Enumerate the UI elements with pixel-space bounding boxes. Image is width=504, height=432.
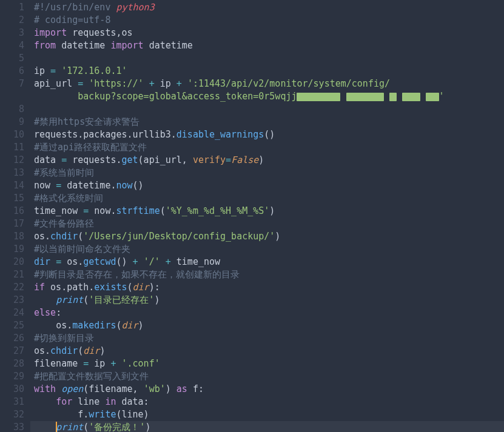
line-number: 4	[11, 39, 24, 52]
code-token: =	[78, 78, 83, 89]
line-number: 32	[11, 408, 24, 421]
code-token: api_url	[34, 78, 78, 89]
code-token: =	[83, 205, 89, 216]
code-line[interactable]: if os.path.exists(dir):	[30, 281, 504, 294]
line-number: 8	[11, 103, 24, 116]
code-line[interactable]: import requests,os	[30, 27, 504, 39]
line-number: 18	[11, 230, 24, 243]
code-token: ()	[264, 129, 275, 140]
code-token	[56, 65, 61, 76]
code-token: with	[34, 384, 56, 394]
code-token: datetime.	[61, 180, 116, 191]
code-line[interactable]: for line in data:	[30, 396, 504, 408]
code-line[interactable]: data = requests.get(api_url, verify=Fals…	[30, 154, 504, 167]
code-line[interactable]: else:	[30, 307, 504, 319]
code-token: (	[78, 231, 83, 242]
code-token: (	[78, 345, 83, 356]
code-line[interactable]: print('备份完成！')	[30, 421, 504, 432]
code-token: filename	[34, 358, 83, 369]
code-token: time_now	[34, 205, 83, 216]
line-number: 16	[11, 205, 24, 218]
code-token: '172.16.0.1'	[61, 65, 127, 76]
code-line[interactable]: #切换到新目录	[30, 332, 504, 345]
code-line[interactable]: from datetime import datetime	[30, 39, 504, 52]
code-token: os.	[34, 345, 50, 356]
code-area[interactable]: #!/usr/bin/env python3# coding=utf-8impo…	[30, 0, 504, 432]
line-number: 7	[11, 78, 24, 90]
code-token: )	[138, 320, 144, 331]
code-line[interactable]: # coding=utf-8	[30, 14, 504, 27]
code-token: (line)	[116, 409, 149, 420]
code-token: # coding=utf-8	[34, 15, 110, 25]
code-line[interactable]: with open(filename, 'wb') as f:	[30, 383, 504, 396]
code-line[interactable]: os.chdir(dir)	[30, 345, 504, 357]
code-line[interactable]: api_url = 'https://' + ip + ':11443/api/…	[30, 78, 504, 90]
text-cursor	[56, 422, 57, 432]
code-token: )	[166, 384, 176, 394]
code-line[interactable]: now = datetime.now()	[30, 179, 504, 192]
code-token: '/Users/jun/Desktop/config_backup/'	[83, 231, 275, 242]
code-line[interactable]: #格式化系统时间	[30, 192, 504, 205]
code-token: (api_url,	[138, 155, 193, 165]
code-token: dir	[133, 282, 149, 293]
code-token: '/'	[144, 256, 160, 267]
code-token	[182, 78, 187, 89]
code-token: =	[83, 358, 89, 369]
code-token: f:	[187, 384, 204, 394]
code-line[interactable]: #!/usr/bin/env python3	[30, 1, 504, 14]
code-token: now	[34, 180, 56, 191]
code-token: (filename,	[83, 384, 143, 394]
code-editor[interactable]: 1234567891011121314151617181920212223242…	[0, 0, 504, 432]
code-token: urllib3	[133, 129, 171, 140]
code-line[interactable]: #以当前时间命名文件夹	[30, 243, 504, 256]
code-token: =	[61, 155, 67, 165]
code-line[interactable]: ip = '172.16.0.1'	[30, 65, 504, 78]
code-token: os.	[56, 320, 72, 331]
line-number: 21	[11, 268, 24, 281]
code-line[interactable]: #判断目录是否存在，如果不存在，就创建新的目录	[30, 268, 504, 281]
code-token: os.	[61, 256, 83, 267]
code-token: )	[99, 345, 105, 356]
code-token: ':11443/api/v2/monitor/system/config/	[187, 78, 390, 89]
line-number: 22	[11, 281, 24, 294]
code-token: )	[258, 155, 264, 165]
code-line[interactable]: #通过api路径获取配置文件	[30, 141, 504, 154]
redacted-block	[389, 93, 397, 101]
code-token: from	[34, 40, 56, 51]
line-number: 6	[11, 65, 24, 78]
line-number: 13	[11, 167, 24, 179]
line-number: 17	[11, 218, 24, 230]
code-token	[116, 358, 121, 369]
code-token: +	[166, 256, 171, 267]
code-line[interactable]: #文件备份路径	[30, 218, 504, 230]
code-token: time_now	[171, 256, 220, 267]
code-token: ()	[133, 180, 144, 191]
code-line[interactable]: #系统当前时间	[30, 167, 504, 179]
code-token: )	[269, 205, 275, 216]
code-line[interactable]	[30, 52, 504, 65]
code-token: get	[122, 155, 138, 165]
code-line[interactable]: #把配置文件数据写入到文件	[30, 370, 504, 383]
code-line[interactable]: f.write(line)	[30, 408, 504, 421]
code-line[interactable]: backup?scope=global&access_token=0r5wqjj…	[30, 90, 504, 103]
line-number: 33	[11, 421, 24, 432]
code-token: import	[34, 27, 67, 38]
code-line[interactable]	[30, 103, 504, 116]
redacted-block	[297, 93, 340, 101]
code-token: 'https://'	[89, 78, 143, 89]
code-token	[384, 91, 389, 102]
code-token: #格式化系统时间	[34, 193, 103, 204]
code-line[interactable]: filename = ip + '.conf'	[30, 357, 504, 370]
code-line[interactable]: time_now = now.strftime('%Y_%m_%d_%H_%M_…	[30, 205, 504, 218]
code-token: .	[78, 129, 83, 140]
line-number: 24	[11, 307, 24, 319]
code-line[interactable]: requests.packages.urllib3.disable_warnin…	[30, 128, 504, 141]
code-line[interactable]: dir = os.getcwd() + '/' + time_now	[30, 256, 504, 268]
code-line[interactable]: os.makedirs(dir)	[30, 319, 504, 332]
code-line[interactable]: os.chdir('/Users/jun/Desktop/config_back…	[30, 230, 504, 243]
code-line[interactable]: #禁用https安全请求警告	[30, 116, 504, 128]
code-token: #通过api路径获取配置文件	[34, 142, 147, 153]
code-token: )	[275, 231, 280, 242]
code-token: .	[127, 129, 133, 140]
code-line[interactable]: print('目录已经存在')	[30, 294, 504, 307]
